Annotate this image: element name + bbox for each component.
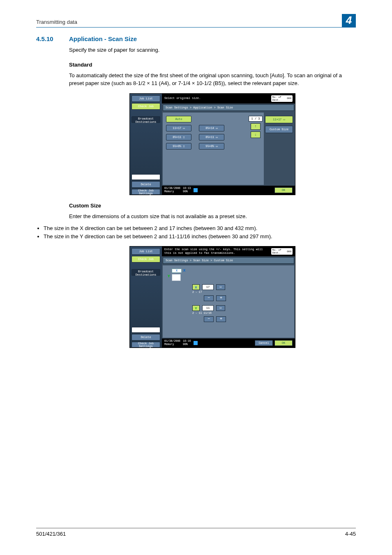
tab-custom-size[interactable]: Custom Size — [265, 126, 293, 133]
status-bar: 01/30/2008 Memory 18:16 90% Cancel OK — [162, 339, 295, 348]
status-date: 01/30/2008 — [164, 340, 180, 343]
dest-label: No. of Dest. — [272, 96, 281, 101]
status-memory-label: Memory — [164, 190, 180, 193]
job-list-button[interactable]: Job List — [131, 95, 160, 102]
bullet-x-range: The size in the X direction can be set b… — [44, 224, 356, 233]
dest-count-badge: No. of Dest. 000 — [271, 248, 293, 255]
status-time: 18:16 — [183, 340, 191, 343]
page-footer: 501/421/361 4-45 — [36, 528, 356, 537]
custom-para: Enter the dimensions of a custom size th… — [69, 213, 356, 221]
size-auto-button[interactable]: Auto — [166, 116, 191, 122]
x-tag: X — [192, 284, 200, 290]
screenshot-scan-size: Job List Check Job Broadcast Destination… — [129, 93, 295, 195]
x-axis-icon: X — [183, 269, 185, 273]
status-bar: 01/30/2008 Memory 18:13 90% OK — [162, 186, 295, 195]
standard-para: To automatically detect the size of the … — [69, 72, 356, 88]
message-bar: Enter the scan size using the +/- keys. … — [162, 246, 295, 256]
custom-heading: Custom Size — [69, 203, 356, 209]
job-list-button[interactable]: Job List — [131, 248, 160, 255]
y-tag: Y — [192, 305, 200, 311]
page-rect-icon — [172, 274, 181, 281]
status-memory-label: Memory — [164, 343, 180, 346]
status-time: 18:13 — [183, 187, 191, 190]
section-title: Application - Scan Size — [69, 35, 137, 42]
x-minus-button[interactable]: − — [204, 295, 214, 301]
breadcrumb: Scan Settings > Scan Size > Custom Size — [163, 257, 294, 264]
top-message: Enter the scan size using the +/- keys. … — [164, 248, 263, 255]
status-icon — [194, 188, 198, 192]
footer-right: 4-45 — [345, 531, 356, 537]
dest-count: 000 — [287, 250, 291, 253]
dest-count: 000 — [287, 97, 291, 100]
size-5half8half-landscape-button[interactable]: 5½×8½ ▭ — [199, 143, 224, 150]
custom-bullets: The size in the X direction can be set b… — [44, 224, 356, 240]
delete-button[interactable]: Delete — [131, 334, 160, 341]
running-head: Transmitting data — [36, 19, 77, 25]
pager: 1 / 3 ↑ ↓ — [247, 113, 264, 185]
status-memory-pct: 90% — [183, 190, 191, 193]
footer-left: 501/421/361 — [36, 531, 66, 537]
check-job-settings-button[interactable]: Check Job Settings — [131, 189, 160, 195]
size-grid: Auto 11×17 ▭ 8½×14 ▭ 8½×11 ▯ 8½×11 ▭ 5½×… — [163, 113, 247, 185]
right-tabs: 11×17 ▭ Custom Size — [264, 113, 294, 185]
size-8half11-portrait-button[interactable]: 8½×11 ▯ — [166, 134, 191, 140]
cancel-button[interactable]: Cancel — [255, 340, 273, 346]
page-up-button[interactable]: ↑ — [251, 123, 261, 130]
bullet-y-range: The size in the Y direction can be set b… — [44, 233, 356, 241]
sidebar-page-indicator: 1/ 1 — [131, 327, 160, 333]
size-11x17-button[interactable]: 11×17 ▭ — [166, 125, 191, 131]
size-8half14-button[interactable]: 8½×14 ▭ — [199, 125, 224, 131]
page-header: Transmitting data 4 — [36, 18, 356, 28]
left-sidebar: Job List Check Job Broadcast Destination… — [130, 94, 162, 195]
section-intro: Specify the size of paper for scanning. — [69, 46, 356, 54]
ok-button[interactable]: OK — [274, 340, 293, 346]
x-tab-legend: X — [172, 269, 182, 273]
x-value-field[interactable]: 17 — [202, 284, 214, 290]
status-icon — [194, 341, 198, 345]
check-job-button[interactable]: Check Job — [131, 103, 160, 110]
dimension-panel: X X Y X 17 ⇔ 2 - 17 − — [163, 265, 294, 338]
xy-legend: X X Y — [168, 269, 184, 282]
section-number: 4.5.10 — [36, 35, 69, 42]
x-plus-button[interactable]: + — [216, 295, 226, 301]
y-minus-button[interactable]: − — [204, 316, 214, 322]
screenshot-custom-size: Job List Check Job Broadcast Destination… — [129, 246, 295, 348]
status-date: 01/30/2008 — [164, 187, 180, 190]
chapter-badge: 4 — [342, 14, 356, 27]
ok-button[interactable]: OK — [274, 187, 293, 193]
y-axis-icon: Y — [168, 274, 170, 279]
dest-label: No. of Dest. — [272, 249, 281, 254]
y-range-label: 2 - 11 11/16 — [192, 312, 289, 315]
sidebar-page-indicator: 1/ 1 — [131, 174, 160, 180]
broadcast-dest-label: Broadcast Destinations — [131, 116, 160, 123]
y-value-field[interactable]: 11 — [202, 305, 214, 311]
check-job-settings-button[interactable]: Check Job Settings — [131, 342, 160, 348]
size-8half11-landscape-button[interactable]: 8½×11 ▭ — [199, 134, 224, 140]
left-sidebar: Job List Check Job Broadcast Destination… — [130, 246, 162, 348]
dest-count-badge: No. of Dest. 000 — [271, 95, 293, 102]
delete-button[interactable]: Delete — [131, 181, 160, 188]
status-memory-pct: 90% — [183, 343, 191, 346]
top-message: Select original size. — [164, 97, 201, 100]
y-plus-button[interactable]: + — [216, 316, 226, 322]
page-down-button[interactable]: ↓ — [251, 131, 261, 138]
check-job-button[interactable]: Check Job — [131, 256, 160, 263]
standard-heading: Standard — [69, 62, 356, 68]
tab-11x17[interactable]: 11×17 ▭ — [265, 116, 293, 123]
y-swap-button[interactable]: ⇔ — [216, 305, 225, 311]
size-5half8half-portrait-button[interactable]: 5½×8½ ▯ — [166, 143, 191, 150]
message-bar: Select original size. No. of Dest. 000 — [162, 94, 295, 104]
x-swap-button[interactable]: ⇔ — [216, 284, 225, 290]
breadcrumb: Scan Settings > Application > Scan Size — [163, 104, 294, 111]
x-range-label: 2 - 17 — [192, 291, 289, 294]
broadcast-dest-label: Broadcast Destinations — [131, 269, 160, 276]
page-indicator: 1 / 3 — [249, 116, 263, 122]
